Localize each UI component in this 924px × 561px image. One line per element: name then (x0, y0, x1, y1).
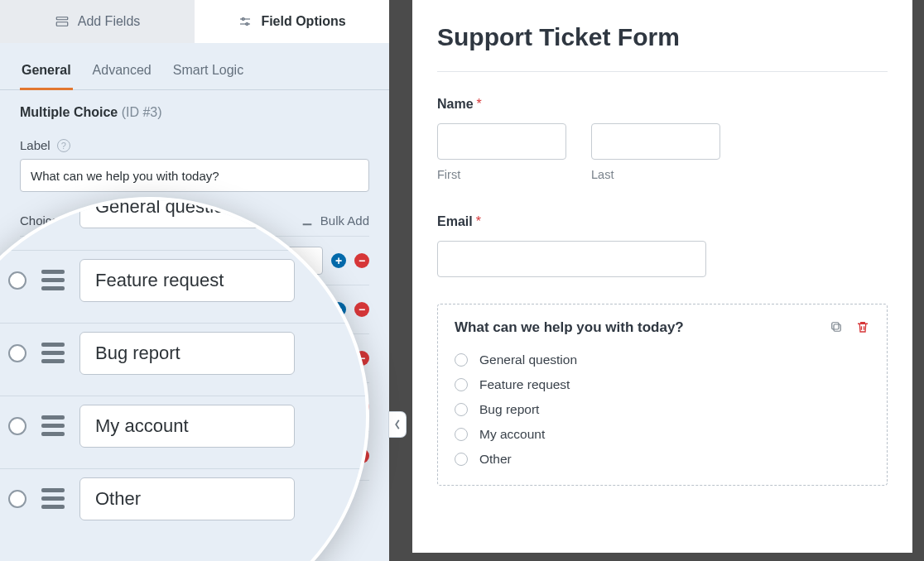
preview-option-label: Bug report (479, 402, 539, 417)
zoom-choice-row: Bug report (0, 323, 366, 382)
sub-tab-advanced[interactable]: Advanced (91, 55, 153, 89)
sub-tab-smart-logic[interactable]: Smart Logic (171, 55, 245, 89)
required-asterisk: * (477, 97, 482, 111)
preview-option-label: Feature request (479, 377, 570, 392)
field-options-sub-tabs: General Advanced Smart Logic (0, 55, 389, 90)
form-preview: Support Ticket Form Name* First Last Ema… (412, 0, 912, 553)
radio-icon (455, 403, 468, 416)
field-type: Multiple Choice (20, 105, 118, 119)
field-type-heading: Multiple Choice (ID #3) (20, 105, 369, 120)
remove-choice-button[interactable]: − (354, 253, 369, 268)
choice-default-radio[interactable] (8, 271, 26, 290)
last-name-input[interactable] (591, 123, 720, 160)
email-field: Email* (437, 214, 888, 277)
preview-option-list: General question Feature request Bug rep… (455, 352, 870, 467)
radio-icon (455, 378, 468, 391)
zoom-choice-row: Other (0, 468, 366, 528)
first-name-sublabel: First (437, 168, 566, 181)
preview-option[interactable]: My account (455, 427, 870, 442)
preview-option-label: General question (479, 352, 577, 367)
field-toolbar (829, 319, 870, 334)
first-name-input[interactable] (437, 123, 566, 160)
trash-icon[interactable] (855, 319, 870, 334)
form-fields-icon (55, 14, 70, 29)
label-row: Label ? (20, 138, 369, 152)
tab-add-fields-label: Add Fields (78, 14, 141, 29)
tab-field-options[interactable]: Field Options (195, 0, 389, 43)
sub-tab-general[interactable]: General (20, 55, 73, 89)
choice-default-radio[interactable] (8, 344, 26, 362)
bulk-add-button[interactable]: Bulk Add (301, 213, 369, 228)
bulk-add-label: Bulk Add (320, 213, 369, 228)
chevron-left-icon (393, 419, 402, 430)
form-title: Support Ticket Form (437, 23, 888, 51)
question-label: What can we help you with today? (455, 319, 829, 336)
download-icon (301, 214, 314, 228)
name-label: Name (437, 97, 474, 111)
preview-option[interactable]: Other (455, 452, 870, 467)
name-field: Name* First Last (437, 97, 888, 181)
choice-input[interactable]: My account (79, 405, 295, 448)
choice-default-radio[interactable] (8, 417, 26, 435)
radio-icon (455, 353, 468, 367)
svg-rect-0 (56, 17, 68, 20)
tab-add-fields[interactable]: Add Fields (0, 0, 195, 43)
drag-handle-icon[interactable] (41, 270, 65, 290)
selected-field-block[interactable]: What can we help you with today? General… (437, 304, 888, 486)
label-input[interactable] (20, 159, 369, 192)
choice-default-radio[interactable] (8, 490, 26, 508)
collapse-panel-button[interactable] (389, 412, 406, 437)
radio-icon (455, 453, 468, 466)
remove-choice-button[interactable]: − (354, 302, 369, 317)
svg-rect-6 (834, 324, 840, 331)
choice-input[interactable]: Other (79, 477, 295, 520)
preview-option-label: Other (479, 452, 512, 467)
duplicate-icon[interactable] (829, 319, 844, 334)
email-input[interactable] (437, 241, 706, 277)
radio-icon (455, 428, 468, 441)
divider (437, 71, 888, 72)
last-name-sublabel: Last (591, 168, 720, 181)
label-caption: Label (20, 138, 51, 152)
panel-top-tabs: Add Fields Field Options (0, 0, 389, 43)
preview-option[interactable]: Bug report (455, 402, 870, 417)
preview-option[interactable]: Feature request (455, 377, 870, 392)
svg-rect-7 (832, 323, 839, 329)
tab-field-options-label: Field Options (261, 14, 345, 29)
sliders-icon (238, 14, 253, 29)
drag-handle-icon[interactable] (41, 488, 65, 509)
required-asterisk: * (476, 214, 481, 228)
svg-rect-1 (56, 22, 68, 26)
email-label: Email (437, 214, 473, 228)
add-choice-button[interactable]: + (331, 253, 346, 268)
preview-option-label: My account (479, 427, 545, 442)
drag-handle-icon[interactable] (41, 415, 65, 436)
preview-option[interactable]: General question (455, 352, 870, 367)
field-id: (ID #3) (122, 105, 162, 119)
drag-handle-icon[interactable] (41, 343, 65, 363)
choice-input[interactable]: Feature request (79, 259, 295, 302)
help-icon[interactable]: ? (57, 139, 70, 152)
zoom-choice-row: My account (0, 396, 366, 455)
choice-input[interactable]: Bug report (79, 332, 295, 375)
